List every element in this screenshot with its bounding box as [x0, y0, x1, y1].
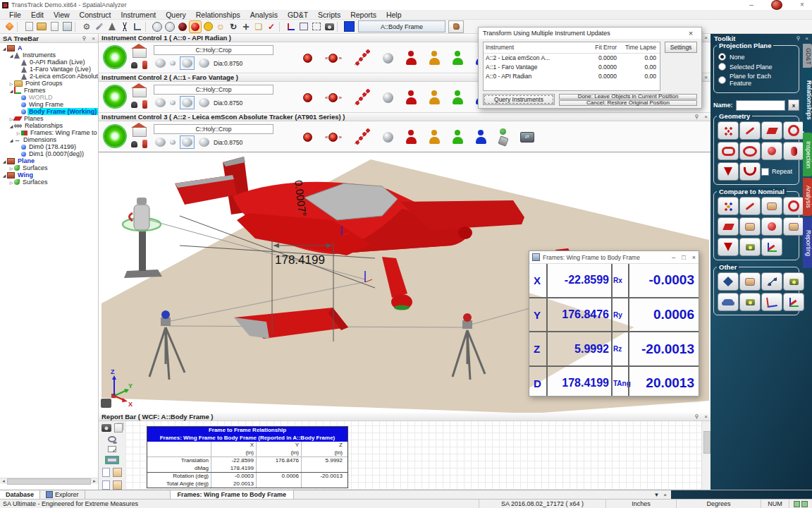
geometry-circle-button[interactable] — [783, 121, 804, 140]
menu-relationships[interactable]: Relationships — [191, 10, 245, 20]
target-name-field[interactable]: C::Holy::Crop — [154, 45, 273, 55]
other-cloud-button[interactable] — [718, 293, 739, 311]
reflector-large-icon[interactable] — [155, 59, 166, 68]
person-red-icon[interactable] — [406, 51, 417, 65]
target-point-icon[interactable] — [303, 133, 312, 142]
copy-report-icon[interactable] — [114, 423, 123, 433]
reflector-alt-icon[interactable] — [199, 98, 209, 107]
tree-item-body-frame-working[interactable]: Body Frame (Working) — [0, 108, 98, 115]
tree-item-frames-wing-frame-to-body-frame[interactable]: ▷Frames: Wing Frame to Body Frame — [0, 129, 98, 136]
frame-view-icon[interactable] — [105, 456, 119, 464]
collapse-icon[interactable]: ◢ — [1, 46, 7, 51]
tree-hscrollbar[interactable]: ◄ ► — [0, 478, 98, 484]
menu-scripts[interactable]: Scripts — [313, 10, 345, 20]
reflector-sphere-icon[interactable] — [383, 53, 393, 64]
tree-item-dim1-0-0007-deg[interactable]: Dim1 (0.0007(deg)) — [0, 150, 98, 157]
pin-icon[interactable]: ⚲ — [796, 35, 800, 42]
watch-window-icon[interactable] — [164, 21, 176, 32]
close-icon[interactable]: × — [704, 114, 708, 120]
target-point-icon[interactable] — [303, 54, 312, 63]
geometry-slot-button[interactable] — [718, 142, 739, 160]
tree-item-frames[interactable]: ◢Frames — [0, 87, 98, 94]
expand-icon[interactable]: ▷ — [16, 131, 21, 135]
menu-analysis[interactable]: Analysis — [245, 10, 283, 20]
geometry-paraboloid-button[interactable] — [739, 162, 761, 181]
reflector-alt-icon[interactable] — [199, 59, 209, 68]
compare-cone-button[interactable] — [718, 238, 739, 256]
other-points-button[interactable] — [718, 272, 739, 291]
view-widget[interactable] — [101, 399, 111, 408]
accept-check-icon[interactable]: ✓ — [266, 21, 277, 32]
scroll-right-icon[interactable]: ► — [92, 479, 97, 483]
clear-name-button[interactable]: x — [788, 99, 799, 111]
tree-item-wing-frame[interactable]: Wing Frame — [0, 101, 98, 108]
close-icon[interactable]: × — [92, 35, 95, 42]
menu-edit[interactable]: Edit — [26, 10, 49, 20]
tree-item-dim0-178-4199[interactable]: Dim0 (178.4199) — [0, 143, 98, 150]
reflector-small-icon[interactable] — [170, 61, 176, 66]
tree-item-2-leica-emscon-absolute-tracker-a[interactable]: 2-Leica emScon Absolute Tracker (A — [0, 73, 98, 80]
compare-line-button[interactable] — [739, 197, 761, 215]
tree-item-instruments[interactable]: ◢Instruments — [0, 52, 98, 59]
tab-menu-icon[interactable]: ▼ — [653, 492, 659, 498]
radio-selected-plane[interactable]: Selected Plane — [718, 63, 794, 71]
menu-query[interactable]: Query — [161, 10, 191, 20]
close-icon[interactable]: × — [704, 35, 708, 41]
rotate-view-icon[interactable]: ↻ — [228, 21, 239, 32]
status-units[interactable]: Inches — [605, 500, 676, 508]
report-page-3d-icon[interactable] — [113, 468, 122, 477]
side-tab-gd-t[interactable]: GD&T — [803, 44, 812, 68]
joystick-icon[interactable] — [131, 141, 137, 147]
instrument-row[interactable]: A::0 - API Radian0.00000.00 — [484, 72, 660, 81]
power-sun-icon[interactable] — [104, 126, 125, 147]
reflector-selected-icon[interactable] — [180, 96, 195, 109]
moon-mode-icon[interactable] — [202, 21, 214, 32]
scroll-thumb[interactable] — [7, 478, 91, 485]
instrument-row[interactable]: A::1 - Faro Vantage0.00000.00 — [484, 63, 660, 72]
status-angles[interactable]: Degrees — [676, 500, 761, 508]
query-instruments-button[interactable]: Query Instruments — [483, 94, 555, 105]
menu-construct[interactable]: Construct — [75, 10, 116, 20]
reflector-large-icon[interactable] — [155, 138, 166, 147]
repeat-checkbox[interactable]: Repeat — [761, 162, 803, 181]
compare-ellipse-button[interactable] — [739, 217, 761, 236]
beacon-icon[interactable] — [142, 61, 147, 69]
sa-logo-button[interactable] — [771, 0, 782, 10]
selection-rect-icon[interactable] — [311, 21, 322, 32]
snapshot-camera-icon[interactable] — [324, 21, 335, 32]
tree-item-dimensions[interactable]: ◢Dimensions — [0, 136, 98, 143]
report-options-icon[interactable] — [108, 446, 116, 452]
point-chain-icon[interactable] — [355, 89, 370, 106]
expand-icon[interactable]: ▷ — [8, 81, 14, 86]
collapse-icon[interactable]: ◢ — [8, 138, 14, 143]
collapse-icon[interactable]: ◢ — [8, 53, 14, 58]
close-icon[interactable]: × — [684, 29, 697, 37]
collapse-icon[interactable]: ◢ — [1, 173, 7, 178]
scroll-left-icon[interactable]: ◄ — [1, 479, 6, 483]
import-icon[interactable] — [49, 21, 60, 32]
compare-sphere-button[interactable] — [761, 217, 782, 236]
geometry-cone-button[interactable] — [718, 162, 739, 181]
person-red-icon[interactable] — [406, 90, 417, 104]
menu-view[interactable]: View — [49, 10, 75, 20]
menu-instrument[interactable]: Instrument — [116, 10, 161, 20]
active-frame-combo[interactable]: A::Body Frame — [358, 20, 445, 32]
add-instrument-icon[interactable] — [106, 21, 118, 32]
close-icon[interactable]: × — [692, 254, 696, 261]
tree-item-wing[interactable]: ◢Wing — [0, 171, 98, 179]
construct-tool-icon[interactable] — [94, 21, 105, 32]
other-camera-button[interactable] — [783, 272, 804, 291]
compare-plane-button[interactable] — [761, 197, 782, 215]
save-icon[interactable] — [61, 21, 73, 32]
tree-item-surfaces[interactable]: ▷Surfaces — [0, 164, 98, 171]
open-file-icon[interactable] — [36, 21, 47, 32]
home-icon[interactable] — [133, 48, 147, 58]
collapse-icon[interactable]: ◢ — [8, 88, 14, 93]
reflector-sphere-icon[interactable] — [383, 92, 393, 103]
person-orange-icon[interactable] — [429, 90, 440, 104]
compare-cylinder-button[interactable] — [783, 217, 804, 236]
home-icon[interactable] — [133, 127, 147, 137]
side-tab-inspection[interactable]: Inspection — [803, 133, 812, 176]
report-vscrollbar[interactable] — [701, 421, 710, 490]
report-canvas[interactable]: Frame to Frame RelationshipFrames: Wing … — [125, 421, 702, 490]
